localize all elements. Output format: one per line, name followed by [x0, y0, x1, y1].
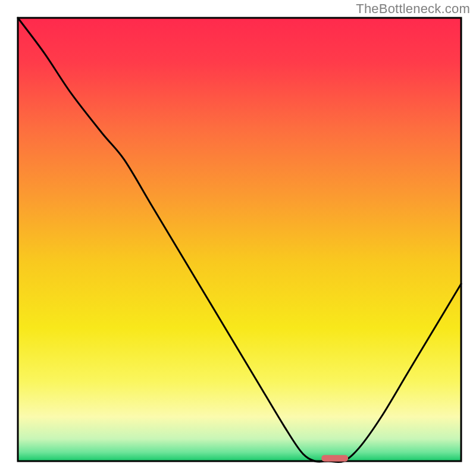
bottleneck-chart: TheBottleneck.com	[0, 0, 476, 476]
watermark-text: TheBottleneck.com	[356, 1, 470, 17]
chart-canvas	[0, 0, 476, 476]
optimal-range-marker	[321, 455, 348, 462]
